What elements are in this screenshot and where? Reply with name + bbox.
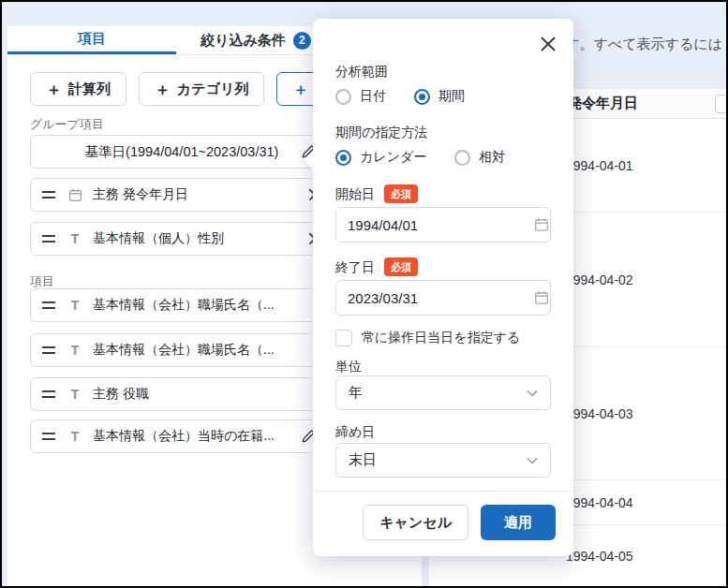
drag-handle-icon[interactable] (42, 301, 55, 309)
end-date-field (335, 280, 551, 316)
radio-icon[interactable] (454, 150, 470, 166)
toolbar: ＋ 計算列 ＋ カテゴリ列 ＋ 項目 (30, 72, 359, 106)
tab-filter-conditions[interactable]: 絞り込み条件 2 (176, 26, 335, 54)
checkbox-icon[interactable] (335, 330, 352, 346)
group-item-row[interactable]: T 基本情報（個人）性別 (30, 222, 339, 256)
tab-items[interactable]: 項目 (7, 26, 176, 54)
add-category-column-button[interactable]: ＋ カテゴリ列 (139, 72, 264, 106)
group-item-label: 主務 発令年月日 (93, 186, 188, 203)
period-method-radio-group: カレンダー 相対 (335, 149, 505, 166)
apply-button[interactable]: 適用 (481, 505, 556, 540)
base-date-label: 基準日(1994/04/01~2023/03/31) (85, 143, 279, 161)
text-type-icon: T (67, 343, 82, 358)
calendar-icon[interactable] (534, 217, 549, 232)
always-today-checkbox-row[interactable]: 常に操作日当日を指定する (335, 330, 520, 346)
chevron-down-icon (527, 457, 538, 464)
tab-filter-label: 絞り込み条件 (201, 32, 286, 50)
item-label: 基本情報（会社）職場氏名（... (93, 342, 275, 359)
base-date-settings-popover: 分析範囲 日付 期間 期間の指定方法 カレンダー (313, 19, 573, 556)
item-row[interactable]: T 基本情報（会社）職場氏名（... (30, 288, 339, 322)
column-options-button[interactable] (715, 95, 726, 113)
radio-selected-icon[interactable] (414, 89, 430, 105)
analysis-range-label: 分析範囲 (335, 64, 388, 81)
plus-icon: ＋ (292, 81, 308, 97)
item-row[interactable]: T 主務 役職 (30, 377, 339, 411)
radio-option-calendar[interactable]: カレンダー (335, 149, 426, 166)
app-screen: す。すべて表示するには 項目 絞り込み条件 2 ＋ 計算列 ＋ カテ (0, 0, 728, 588)
column-header-date: 発令年月日 (568, 95, 638, 112)
end-date-label: 終了日必須 (335, 257, 418, 276)
radio-option-date[interactable]: 日付 (335, 88, 386, 105)
start-date-input[interactable] (348, 217, 534, 233)
item-label: 主務 役職 (93, 386, 149, 403)
drag-handle-icon[interactable] (42, 191, 55, 198)
analysis-range-radio-group: 日付 期間 (335, 88, 465, 105)
tab-items-label: 項目 (78, 30, 106, 48)
page-background: す。すべて表示するには 項目 絞り込み条件 2 ＋ 計算列 ＋ カテ (2, 2, 726, 586)
popover-footer: キャンセル 適用 (363, 505, 556, 540)
plus-icon: ＋ (155, 81, 171, 97)
calendar-icon[interactable] (534, 290, 549, 305)
group-item-row[interactable]: 主務 発令年月日 (30, 178, 339, 212)
group-item-label: 基本情報（個人）性別 (93, 230, 224, 247)
cancel-button[interactable]: キャンセル (363, 505, 468, 540)
required-badge: 必須 (384, 184, 418, 203)
group-section-label: グループ項目 (30, 116, 104, 133)
item-row[interactable]: T 基本情報（会社）職場氏名（... (30, 333, 339, 367)
plus-icon: ＋ (46, 81, 62, 97)
radio-option-relative[interactable]: 相対 (454, 149, 505, 166)
filter-count-badge: 2 (293, 32, 311, 50)
drag-handle-icon[interactable] (42, 390, 55, 398)
item-label: 基本情報（会社）職場氏名（... (93, 297, 275, 314)
text-type-icon: T (67, 429, 82, 444)
start-date-label: 開始日必須 (335, 184, 418, 203)
radio-icon[interactable] (335, 89, 351, 105)
drag-handle-icon[interactable] (42, 235, 55, 243)
unit-label: 単位 (335, 359, 362, 375)
text-type-icon: T (67, 298, 82, 313)
text-type-icon: T (67, 387, 82, 402)
radio-selected-icon[interactable] (335, 150, 351, 166)
close-icon[interactable] (538, 34, 558, 54)
calendar-icon (67, 188, 82, 202)
closing-day-label: 締め日 (335, 424, 375, 441)
closing-day-select[interactable]: 末日 (335, 443, 551, 478)
chevron-down-icon (527, 390, 538, 397)
item-row[interactable]: T 基本情報（会社）当時の在籍... (30, 419, 339, 453)
end-date-input[interactable] (348, 290, 534, 306)
period-method-label: 期間の指定方法 (335, 125, 427, 141)
radio-option-period[interactable]: 期間 (414, 88, 465, 105)
footer-divider (313, 491, 573, 492)
drag-handle-icon[interactable] (42, 346, 55, 354)
drag-handle-icon[interactable] (42, 433, 55, 440)
required-badge: 必須 (384, 257, 418, 276)
start-date-field (335, 207, 551, 243)
unit-select[interactable]: 年 (335, 375, 551, 410)
text-type-icon: T (67, 231, 82, 246)
base-date-row[interactable]: 基準日(1994/04/01~2023/03/31) (30, 135, 339, 169)
item-label: 基本情報（会社）当時の在籍... (93, 428, 275, 445)
add-calc-column-button[interactable]: ＋ 計算列 (30, 72, 126, 106)
